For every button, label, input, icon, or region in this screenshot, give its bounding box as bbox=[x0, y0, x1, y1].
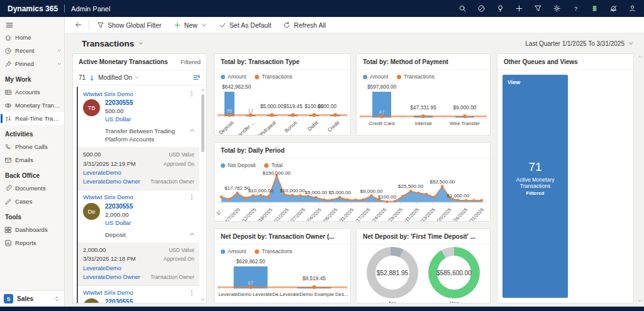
funnel-icon bbox=[97, 21, 104, 29]
sortdesc-icon bbox=[88, 74, 96, 82]
org-link[interactable]: LeverateDemo bbox=[83, 264, 121, 273]
page-title[interactable]: Transactions bbox=[82, 39, 144, 48]
more-options-icon[interactable] bbox=[188, 194, 196, 201]
queue-view-tile[interactable]: View 71 Active Monetary Transactions Fil… bbox=[502, 75, 568, 298]
funnel-icon bbox=[97, 21, 104, 29]
bulb-icon[interactable] bbox=[496, 4, 504, 13]
donut-chart[interactable]: $52,881.95 bbox=[367, 247, 418, 298]
sidebar-item-recent[interactable]: Recent bbox=[0, 44, 64, 57]
chart-card-first-time-deposit: Net Deposit by: 'First Time Deposit' ...… bbox=[356, 228, 491, 303]
help-icon[interactable]: ? bbox=[572, 4, 580, 13]
more-options-icon[interactable] bbox=[188, 289, 196, 297]
sidebar-item-phone-calls[interactable]: Phone Calls bbox=[0, 140, 64, 153]
avatar: TB bbox=[83, 99, 100, 116]
account-link[interactable]: Wtwtwt Sirix Demo bbox=[83, 194, 188, 200]
scrollbar-thumb[interactable] bbox=[201, 94, 204, 152]
more-options-icon bbox=[188, 194, 196, 201]
list-settings-icon[interactable] bbox=[192, 74, 201, 82]
new-button[interactable]: New bbox=[174, 21, 207, 29]
list-scrollbar[interactable] bbox=[199, 87, 206, 302]
svg-text:Wire Transfer: Wire Transfer bbox=[450, 121, 480, 126]
sidebar-item-cases[interactable]: Cases bbox=[0, 195, 64, 208]
scroll-down-icon bbox=[637, 298, 643, 303]
transaction-id-link[interactable]: 22030555 bbox=[105, 203, 133, 210]
sort-descending-icon[interactable] bbox=[88, 74, 96, 82]
back-button[interactable] bbox=[74, 21, 82, 29]
org-link[interactable]: LeverateDemo bbox=[83, 168, 121, 177]
currency-link[interactable]: US Dollar bbox=[105, 219, 133, 226]
bell-icon[interactable] bbox=[609, 4, 618, 13]
chevdown-icon bbox=[201, 22, 207, 28]
plus-icon[interactable] bbox=[515, 4, 523, 13]
owner-link[interactable]: LeverateDemo Owner bbox=[83, 177, 140, 186]
legend-item: Transactions bbox=[255, 248, 292, 254]
refresh-all-button[interactable]: Refresh All bbox=[283, 21, 326, 29]
list-item[interactable]: Wtwtwt Sirix Demo De 22030555 2,000.00 U… bbox=[78, 190, 199, 286]
refresh-icon bbox=[283, 21, 291, 29]
chevdown-icon bbox=[628, 40, 634, 46]
date-range-filter[interactable]: Last Quarter 1/1/2025 To 3/31/2025 bbox=[525, 40, 634, 47]
more-options-icon[interactable] bbox=[188, 90, 196, 97]
scroll-up-icon[interactable] bbox=[637, 54, 643, 60]
set-as-default-button[interactable]: Set As Default bbox=[219, 21, 272, 29]
scroll-up-icon[interactable] bbox=[200, 87, 206, 93]
funnel-icon[interactable] bbox=[534, 4, 542, 13]
sidebar-item-documents[interactable]: Documents bbox=[0, 182, 64, 195]
legend-item: Net Deposit bbox=[221, 162, 255, 168]
chevron-down-icon bbox=[628, 40, 634, 46]
sidebar-item-monetary-transactions[interactable]: Monetary Transactions bbox=[0, 99, 64, 112]
scroll-down-icon[interactable] bbox=[637, 298, 643, 303]
sort-field-selector[interactable]: Modified On bbox=[98, 74, 140, 81]
collapse-icon[interactable] bbox=[189, 127, 196, 134]
transaction-id-link[interactable]: 22030555 bbox=[105, 298, 133, 303]
currency-link[interactable]: US Dollar bbox=[105, 116, 133, 123]
clip-icon bbox=[4, 185, 12, 192]
sidebar-item-accounts[interactable]: Accounts bbox=[0, 85, 64, 99]
list-item[interactable]: Wtwtwt Sirix Demo TB 22030555 500.00 US … bbox=[78, 87, 199, 190]
sidebar-item-emails[interactable]: Emails bbox=[0, 153, 64, 166]
app-name[interactable]: Admin Panel bbox=[71, 5, 110, 13]
avatar: De bbox=[83, 203, 100, 220]
area-switcher[interactable]: S Sales bbox=[0, 290, 64, 307]
transactions-list: Wtwtwt Sirix Demo TB 22030555 500.00 US … bbox=[77, 87, 199, 303]
scroll-down-icon[interactable] bbox=[200, 297, 206, 302]
donut-chart[interactable]: $585,600.00 bbox=[428, 247, 480, 298]
accounts-icon bbox=[4, 89, 15, 96]
sidebar-item-real-time-trading[interactable]: Real-Time Trading bbox=[0, 112, 64, 125]
svg-text:3/11/2025: 3/11/2025 bbox=[401, 207, 420, 222]
compass-icon[interactable] bbox=[477, 4, 486, 13]
area-switcher-icon[interactable] bbox=[53, 295, 60, 302]
other-queues-card: Other Queues and Views View 71 Active Mo… bbox=[497, 53, 634, 303]
dynamics-logo[interactable]: Dynamics 365 bbox=[8, 4, 58, 13]
person-icon[interactable] bbox=[628, 4, 636, 13]
account-link[interactable]: Wtwtwt Sirix Demo bbox=[83, 90, 188, 97]
chevron-down-icon bbox=[138, 40, 144, 46]
collapse-icon bbox=[189, 231, 196, 237]
show-global-filter-button[interactable]: Show Global Filter bbox=[97, 21, 162, 29]
svg-text:$642,962.50: $642,962.50 bbox=[222, 84, 252, 90]
accounts-icon bbox=[4, 89, 12, 96]
hamburger-menu-icon[interactable] bbox=[0, 17, 64, 31]
sales-badge: S bbox=[4, 294, 13, 303]
chart-legend: AmountTransactions bbox=[357, 70, 490, 80]
page-scrollbar[interactable] bbox=[637, 54, 643, 303]
money-icon bbox=[4, 102, 12, 109]
chart-plot: $642,962.5055Deposit12Transfer ...$5,000… bbox=[214, 80, 350, 136]
list-item[interactable]: Wtwtwt Sirix Demo De 22030555 5,000.00 U… bbox=[78, 286, 199, 303]
owner-link[interactable]: LeverateDemo Owner bbox=[83, 273, 140, 281]
sidebar-item-home[interactable]: Home bbox=[0, 31, 64, 44]
chevdown-icon bbox=[134, 75, 140, 80]
sidebar-item-dashboards[interactable]: Dashboards bbox=[0, 223, 64, 236]
account-link[interactable]: Wtwtwt Sirix Demo bbox=[83, 289, 188, 296]
coins-icon[interactable] bbox=[591, 4, 599, 13]
chart-plot: $17,762.50$10,000.00$150,000.00$10,000.0… bbox=[214, 168, 490, 222]
collapse-icon[interactable] bbox=[189, 231, 196, 237]
search-icon[interactable] bbox=[458, 4, 467, 13]
donut-no: $52,881.95 No bbox=[367, 247, 418, 303]
svg-text:$47,331.95: $47,331.95 bbox=[410, 104, 436, 111]
gear-icon[interactable] bbox=[553, 4, 561, 13]
plus-icon bbox=[174, 21, 181, 29]
sidebar-item-pinned[interactable]: Pinned bbox=[0, 57, 64, 70]
transaction-id-link[interactable]: 22030555 bbox=[105, 99, 133, 106]
sidebar-item-reports[interactable]: Reports bbox=[0, 236, 64, 249]
